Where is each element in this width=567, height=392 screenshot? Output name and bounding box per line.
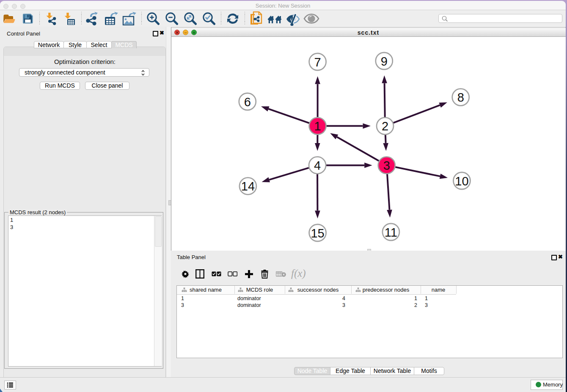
svg-text:6: 6 [244,95,251,109]
svg-text:15: 15 [311,226,324,240]
svg-text:10: 10 [455,174,468,188]
svg-text:1: 1 [314,119,321,133]
svg-text:8: 8 [457,91,464,104]
svg-text:4: 4 [314,159,321,172]
svg-text:11: 11 [385,226,397,239]
svg-text:14: 14 [241,179,255,193]
svg-text:7: 7 [314,55,321,69]
svg-text:3: 3 [383,159,390,172]
svg-text:9: 9 [381,55,388,68]
svg-text:2: 2 [382,119,388,133]
